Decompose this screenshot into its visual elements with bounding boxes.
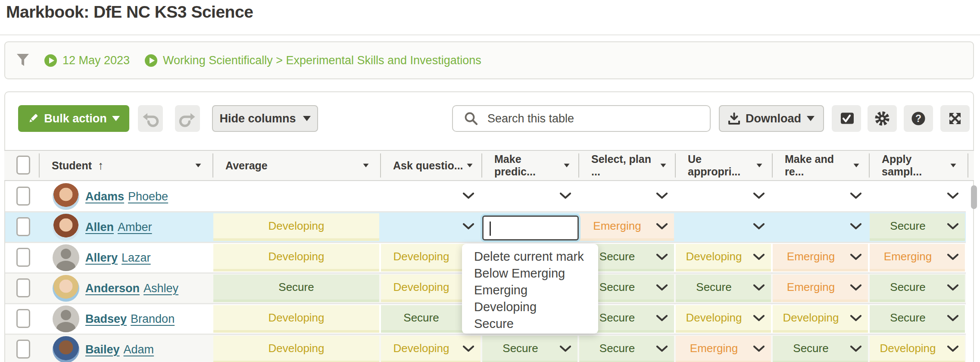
chevron-down-icon bbox=[559, 345, 571, 352]
mark-cell[interactable]: Emerging bbox=[773, 275, 868, 302]
mark-cell[interactable]: Secure bbox=[773, 336, 868, 362]
mark-cell[interactable]: Secure bbox=[870, 213, 965, 241]
mark-cell[interactable]: Emerging bbox=[676, 336, 771, 362]
column-menu-caret-icon[interactable] bbox=[757, 164, 762, 168]
dropdown-option[interactable]: Delete current mark bbox=[462, 248, 598, 265]
chevron-down-icon bbox=[656, 253, 668, 260]
student-link[interactable]: AndersonAshley bbox=[85, 274, 178, 303]
student-link[interactable]: AlleryLazar bbox=[85, 243, 151, 272]
column-menu-caret-icon[interactable] bbox=[854, 164, 859, 168]
column-menu-caret-icon[interactable] bbox=[196, 164, 201, 168]
mark-cell[interactable]: Secure bbox=[676, 275, 771, 302]
mark-cell[interactable] bbox=[579, 183, 674, 208]
cell-value: Developing bbox=[213, 336, 379, 361]
column-menu-caret-icon[interactable] bbox=[951, 164, 956, 168]
mark-cell[interactable] bbox=[773, 183, 868, 208]
column-header-ask-questions[interactable]: Ask questio... bbox=[381, 150, 481, 181]
filter-chip-date[interactable]: 12 May 2023 bbox=[44, 54, 130, 67]
mark-cell[interactable]: Emerging bbox=[773, 244, 868, 272]
download-button[interactable]: Download bbox=[719, 105, 824, 132]
mark-cell[interactable]: Developing bbox=[773, 305, 868, 333]
mark-cell[interactable]: Developing bbox=[676, 305, 771, 333]
hide-columns-button[interactable]: Hide columns bbox=[212, 105, 318, 132]
cell-value: Developing bbox=[213, 213, 379, 238]
marking-button[interactable] bbox=[832, 105, 861, 132]
student-link[interactable]: BadseyBrandon bbox=[85, 304, 175, 334]
header-column-divider bbox=[772, 153, 773, 178]
mark-cell[interactable]: Secure bbox=[579, 336, 674, 362]
chevron-down-icon bbox=[656, 192, 668, 199]
column-menu-caret-icon[interactable] bbox=[363, 164, 369, 168]
student-link[interactable]: AllenAmber bbox=[85, 212, 152, 242]
column-header-make-predictions[interactable]: Make predic... bbox=[482, 150, 577, 181]
column-header-apply-sampling[interactable]: Apply sampl... bbox=[870, 150, 964, 181]
student-link[interactable]: BaileyAdam bbox=[85, 335, 154, 362]
column-label: Make predic... bbox=[494, 153, 563, 178]
table-row: AdamsPhoebe bbox=[5, 182, 966, 212]
mark-cell[interactable] bbox=[676, 213, 771, 238]
column-menu-caret-icon[interactable] bbox=[564, 164, 570, 168]
student-link[interactable]: AdamsPhoebe bbox=[85, 182, 168, 211]
row-checkbox[interactable] bbox=[16, 278, 30, 297]
column-menu-caret-icon[interactable] bbox=[467, 164, 473, 168]
column-menu-caret-icon[interactable] bbox=[661, 164, 666, 168]
dropdown-option[interactable]: Below Emerging bbox=[462, 265, 598, 282]
header-column-divider bbox=[481, 153, 482, 178]
row-checkbox[interactable] bbox=[16, 248, 30, 267]
mark-cell[interactable] bbox=[676, 183, 771, 208]
average-cell bbox=[213, 183, 379, 208]
chevron-down-icon bbox=[656, 345, 668, 352]
column-label: Ask questio... bbox=[393, 159, 463, 172]
column-header-select-plan[interactable]: Select, plan ... bbox=[579, 150, 674, 181]
mark-cell[interactable]: Developing bbox=[676, 244, 771, 272]
mark-editor-input[interactable] bbox=[490, 218, 569, 239]
bulk-action-button[interactable]: Bulk action bbox=[18, 105, 129, 132]
chevron-down-icon bbox=[947, 223, 959, 230]
mark-cell[interactable]: Developing bbox=[381, 336, 481, 362]
dropdown-option[interactable]: Secure bbox=[462, 315, 598, 332]
mark-cell[interactable]: Secure bbox=[482, 336, 577, 362]
header-column-divider bbox=[39, 153, 40, 178]
dropdown-option[interactable]: Developing bbox=[462, 299, 598, 315]
redo-button[interactable] bbox=[175, 105, 200, 132]
mark-cell[interactable]: Secure bbox=[870, 305, 965, 333]
filter-chip-strand[interactable]: Working Scientifically > Experimental Sk… bbox=[144, 54, 481, 67]
student-last-name: Allen bbox=[85, 221, 114, 234]
column-label: Student bbox=[52, 159, 92, 172]
undo-button[interactable] bbox=[138, 105, 163, 132]
mark-cell[interactable]: Developing bbox=[870, 336, 965, 362]
select-all-checkbox[interactable] bbox=[16, 156, 30, 175]
header-column-divider bbox=[869, 153, 870, 178]
applied-filter-icon bbox=[44, 54, 57, 67]
avatar bbox=[53, 183, 79, 210]
mark-cell[interactable] bbox=[870, 183, 965, 208]
mark-cell[interactable] bbox=[773, 213, 868, 238]
settings-button[interactable] bbox=[868, 105, 897, 132]
mark-cell[interactable]: Emerging bbox=[870, 244, 965, 272]
mark-cell[interactable] bbox=[381, 213, 481, 238]
mark-cell[interactable]: Secure bbox=[870, 275, 965, 302]
row-checkbox[interactable] bbox=[16, 309, 30, 328]
row-checkbox[interactable] bbox=[16, 217, 30, 236]
search-input[interactable] bbox=[487, 112, 695, 126]
vertical-scrollbar[interactable] bbox=[971, 185, 977, 209]
column-header-use-appropriate[interactable]: Ue appropri... bbox=[676, 150, 770, 181]
settings-icon bbox=[874, 110, 890, 127]
mark-cell[interactable]: Emerging bbox=[579, 213, 674, 241]
row-checkbox[interactable] bbox=[16, 340, 30, 359]
column-header-average[interactable]: Average bbox=[213, 150, 379, 181]
sort-ascending-icon: ↑ bbox=[98, 159, 104, 172]
cell-value: Secure bbox=[213, 275, 379, 300]
help-button[interactable]: ? bbox=[904, 105, 933, 132]
column-header-student[interactable]: Student ↑ bbox=[40, 150, 212, 181]
fullscreen-button[interactable] bbox=[940, 105, 970, 132]
chevron-down-icon bbox=[656, 284, 668, 291]
svg-text:?: ? bbox=[915, 113, 921, 124]
avatar bbox=[53, 275, 79, 302]
dropdown-option[interactable]: Emerging bbox=[462, 282, 598, 299]
column-header-make-and-record[interactable]: Make and re... bbox=[773, 150, 867, 181]
row-checkbox[interactable] bbox=[16, 187, 30, 206]
marking-icon bbox=[839, 112, 854, 126]
mark-cell[interactable] bbox=[381, 183, 481, 208]
mark-cell[interactable] bbox=[482, 183, 577, 208]
